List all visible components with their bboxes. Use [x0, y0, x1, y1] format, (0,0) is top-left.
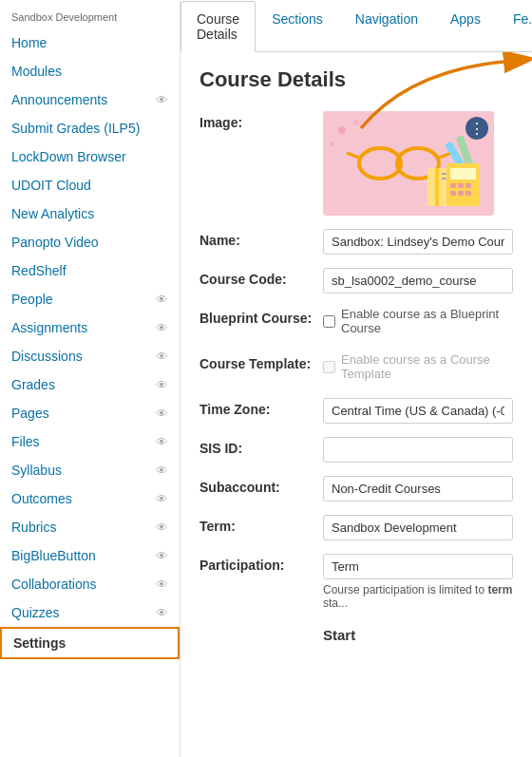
sidebar-item-collaborations[interactable]: Collaborations 👁	[0, 570, 180, 598]
sidebar-item-lockdown-browser[interactable]: LockDown Browser	[0, 142, 180, 171]
sidebar-nav: Home Modules Announcements 👁 Submit Grad…	[0, 28, 180, 659]
start-row: Start	[200, 623, 513, 649]
sidebar-item-label: Syllabus	[11, 463, 62, 478]
subaccount-label: Subaccount:	[200, 476, 323, 495]
timezone-input[interactable]	[323, 398, 513, 424]
subaccount-field[interactable]	[323, 476, 513, 502]
sidebar-item-quizzes[interactable]: Quizzes 👁	[0, 598, 180, 627]
sidebar-item-label: People	[11, 292, 53, 307]
sidebar-item-syllabus[interactable]: Syllabus 👁	[0, 456, 180, 484]
timezone-field[interactable]	[323, 398, 513, 424]
tab-feature-options[interactable]: Fe...	[497, 1, 532, 52]
name-input[interactable]	[323, 229, 513, 255]
sidebar-item-label: Grades	[11, 377, 55, 392]
page-title: Course Details	[200, 67, 513, 92]
sidebar-item-files[interactable]: Files 👁	[0, 427, 180, 456]
sidebar-title: Sandbox Development	[0, 0, 180, 28]
sidebar-item-bigbluebutton[interactable]: BigBlueButton 👁	[0, 541, 180, 570]
eye-icon: 👁	[156, 93, 168, 107]
sidebar-item-label: Modules	[11, 64, 62, 79]
term-field[interactable]	[323, 515, 513, 540]
svg-point-22	[353, 120, 359, 125]
sidebar-item-label: BigBlueButton	[11, 548, 96, 563]
svg-rect-8	[435, 168, 439, 206]
tab-course-details[interactable]: Course Details	[180, 1, 256, 52]
sidebar-item-people[interactable]: People 👁	[0, 285, 180, 313]
eye-icon: 👁	[156, 407, 168, 421]
blueprint-checkbox[interactable]	[323, 315, 335, 328]
term-row: Term:	[200, 515, 513, 540]
eye-icon: 👁	[156, 549, 168, 563]
sidebar-item-label: UDOIT Cloud	[11, 178, 91, 193]
sidebar-item-label: Discussions	[11, 349, 83, 364]
sidebar-item-home[interactable]: Home	[0, 28, 180, 57]
name-label: Name:	[200, 229, 323, 248]
eye-icon: 👁	[156, 606, 168, 620]
sis-id-field[interactable]	[323, 437, 513, 463]
name-field[interactable]	[323, 229, 513, 255]
tab-navigation[interactable]: Navigation	[339, 1, 434, 52]
image-label: Image:	[200, 111, 323, 130]
sidebar-item-redshelf[interactable]: RedShelf	[0, 256, 180, 285]
participation-field: Course participation is limited to term …	[323, 554, 513, 610]
sidebar-item-udoit-cloud[interactable]: UDOIT Cloud	[0, 171, 180, 199]
subaccount-input[interactable]	[323, 476, 513, 502]
template-row: Course Template: Enable course as a Cour…	[200, 352, 513, 385]
start-field: Start	[323, 623, 513, 649]
svg-point-21	[338, 126, 346, 134]
svg-rect-16	[458, 183, 464, 188]
sis-id-input[interactable]	[323, 437, 513, 463]
course-code-row: Course Code:	[200, 268, 513, 293]
sidebar-item-label: Submit Grades (ILP5)	[11, 121, 140, 136]
sidebar-item-announcements[interactable]: Announcements 👁	[0, 85, 180, 114]
svg-rect-20	[466, 191, 471, 196]
participation-input[interactable]	[323, 554, 513, 579]
term-input[interactable]	[323, 515, 513, 540]
start-section-title: Start	[323, 627, 513, 643]
sidebar: Sandbox Development Home Modules Announc…	[0, 0, 180, 757]
sidebar-item-label: Settings	[13, 635, 66, 651]
sis-id-label: SIS ID:	[200, 437, 323, 456]
sidebar-item-panopto-video[interactable]: Panopto Video	[0, 228, 180, 256]
blueprint-label: Blueprint Course:	[200, 307, 323, 326]
dots-icon: ⋮	[469, 120, 484, 138]
template-checkbox[interactable]	[323, 361, 335, 373]
course-image: ⋮	[323, 111, 494, 216]
start-label	[200, 623, 323, 627]
sidebar-item-outcomes[interactable]: Outcomes 👁	[0, 484, 180, 513]
svg-rect-15	[450, 183, 456, 188]
sidebar-item-label: New Analytics	[11, 206, 94, 221]
eye-icon: 👁	[156, 520, 168, 535]
sidebar-item-label: Announcements	[11, 92, 107, 107]
template-checkbox-label: Enable course as a Course Template	[341, 352, 513, 381]
sidebar-item-discussions[interactable]: Discussions 👁	[0, 342, 180, 370]
template-label: Course Template:	[200, 352, 323, 371]
sis-id-row: SIS ID:	[200, 437, 513, 463]
sidebar-item-rubrics[interactable]: Rubrics 👁	[0, 513, 180, 541]
blueprint-checkbox-label: Enable course as a Blueprint Course	[341, 307, 513, 335]
sidebar-item-assignments[interactable]: Assignments 👁	[0, 313, 180, 342]
sidebar-item-submit-grades[interactable]: Submit Grades (ILP5)	[0, 114, 180, 142]
course-code-field[interactable]	[323, 268, 513, 293]
svg-point-23	[331, 142, 334, 146]
sidebar-item-label: Rubrics	[11, 520, 56, 535]
svg-rect-19	[458, 191, 464, 196]
svg-rect-18	[450, 191, 456, 196]
sidebar-item-pages[interactable]: Pages 👁	[0, 399, 180, 427]
course-code-input[interactable]	[323, 268, 513, 293]
image-field: ⋮	[323, 111, 513, 216]
timezone-row: Time Zone:	[200, 398, 513, 424]
sidebar-item-settings[interactable]: Settings	[0, 627, 180, 659]
sidebar-item-grades[interactable]: Grades 👁	[0, 370, 180, 399]
sidebar-item-label: Files	[11, 434, 40, 449]
subaccount-row: Subaccount:	[200, 476, 513, 502]
svg-rect-14	[450, 168, 476, 180]
name-row: Name:	[200, 229, 513, 255]
tab-apps[interactable]: Apps	[434, 1, 497, 52]
participation-note: Course participation is limited to term …	[323, 583, 513, 610]
image-options-button[interactable]: ⋮	[466, 117, 488, 140]
tab-sections[interactable]: Sections	[256, 1, 339, 52]
sidebar-item-label: Panopto Video	[11, 235, 99, 250]
sidebar-item-new-analytics[interactable]: New Analytics	[0, 199, 180, 228]
sidebar-item-modules[interactable]: Modules	[0, 57, 180, 85]
